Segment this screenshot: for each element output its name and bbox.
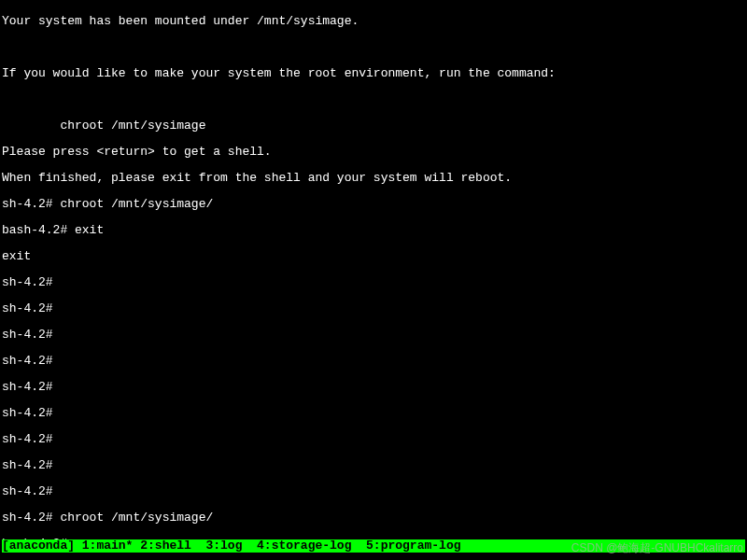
watermark-text: CSDN @鲍海超-GNUBHCkalitarro [571,541,743,554]
terminal-line [2,41,745,54]
terminal-line: sh-4.2# [2,407,745,420]
terminal-line: sh-4.2# [2,433,745,446]
terminal-line: sh-4.2# [2,485,745,498]
terminal-line: Please press <return> to get a shell. [2,146,745,159]
terminal-line: sh-4.2# [2,459,745,472]
terminal-line: sh-4.2# [2,355,745,368]
terminal-line: sh-4.2# [2,302,745,315]
terminal-line: exit [2,250,745,263]
terminal-line: chroot /mnt/sysimage [2,119,745,133]
terminal-line: sh-4.2# chroot /mnt/sysimage/ [2,198,745,211]
terminal-line: sh-4.2# [2,381,745,394]
terminal-output[interactable]: Your system has been mounted under /mnt/… [0,0,747,560]
terminal-line: sh-4.2# [2,276,745,289]
terminal-line: Your system has been mounted under /mnt/… [2,15,745,28]
terminal-line: When finished, please exit from the shel… [2,172,745,185]
terminal-line: bash-4.2# exit [2,224,745,237]
terminal-line [2,93,745,106]
terminal-line: sh-4.2# [2,329,745,342]
terminal-line: sh-4.2# chroot /mnt/sysimage/ [2,511,745,525]
terminal-line: If you would like to make your system th… [2,67,745,80]
